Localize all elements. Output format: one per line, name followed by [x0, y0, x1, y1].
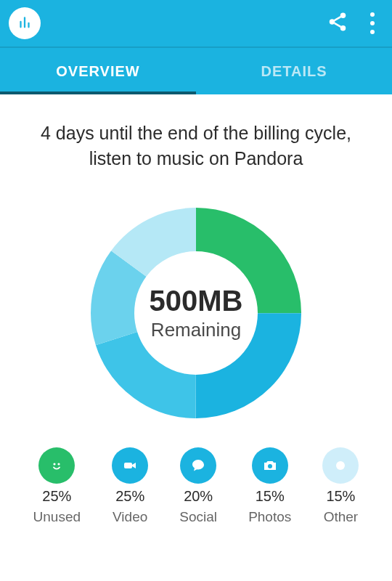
legend-item-photos[interactable]: 15% Photos	[248, 447, 291, 525]
legend-percent: 25%	[115, 488, 144, 505]
legend-percent: 15%	[256, 488, 285, 505]
svg-point-14	[54, 463, 56, 465]
svg-point-17	[268, 464, 272, 468]
video-icon	[112, 447, 148, 484]
legend-item-other[interactable]: 15% Other	[322, 447, 359, 525]
legend-item-social[interactable]: 20% Social	[179, 447, 217, 525]
tab-details[interactable]: DETAILS	[196, 48, 392, 94]
tab-overview[interactable]: OVERVIEW	[0, 48, 196, 94]
svg-point-3	[340, 13, 346, 19]
svg-point-15	[58, 463, 60, 465]
app-logo[interactable]	[9, 7, 41, 39]
overview-panel: 4 days until the end of the billing cycl…	[0, 94, 392, 581]
tab-label: OVERVIEW	[56, 63, 139, 80]
legend-percent: 25%	[42, 488, 71, 505]
svg-point-5	[340, 25, 346, 31]
cycle-message: 4 days until the end of the billing cycl…	[22, 121, 370, 171]
legend-label: Other	[324, 509, 359, 525]
smiley-icon	[38, 447, 75, 484]
svg-rect-16	[124, 463, 132, 468]
legend-label: Social	[179, 509, 217, 525]
usage-legend: 25% Unused 25% Video 20% Social	[17, 447, 375, 525]
svg-line-7	[335, 23, 341, 27]
share-icon[interactable]	[327, 11, 348, 36]
svg-point-4	[330, 19, 335, 25]
remaining-amount: 500MB	[150, 285, 243, 317]
legend-label: Video	[113, 509, 147, 525]
legend-label: Photos	[248, 509, 291, 525]
svg-line-6	[335, 17, 341, 20]
svg-point-18	[336, 461, 345, 470]
legend-percent: 20%	[184, 488, 213, 505]
camera-icon	[252, 447, 288, 484]
bar-chart-icon	[17, 14, 33, 33]
other-icon	[322, 447, 359, 484]
usage-donut: 500MB Remaining	[83, 200, 309, 426]
svg-point-13	[49, 458, 64, 473]
legend-label: Unused	[33, 509, 81, 525]
remaining-label: Remaining	[150, 319, 243, 341]
legend-item-unused[interactable]: 25% Unused	[33, 447, 81, 525]
legend-percent: 15%	[326, 488, 355, 505]
chat-icon	[180, 447, 216, 484]
legend-item-video[interactable]: 25% Video	[112, 447, 148, 525]
more-vertical-icon[interactable]	[367, 9, 377, 37]
toolbar	[0, 0, 392, 48]
tab-bar: OVERVIEW DETAILS	[0, 48, 392, 94]
tab-label: DETAILS	[261, 63, 327, 80]
